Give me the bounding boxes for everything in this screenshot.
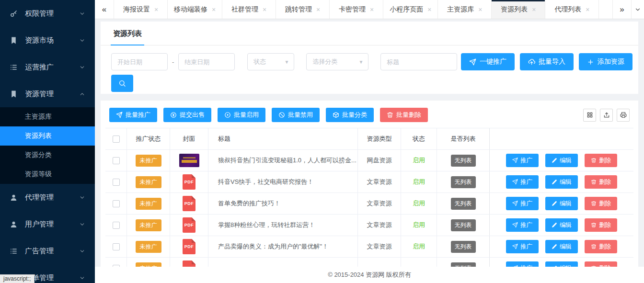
button-label: 删除 [599, 157, 611, 165]
delete-button[interactable]: 删除 [585, 261, 617, 267]
tabs-scroll-left-button[interactable]: « [95, 0, 114, 19]
edit-button[interactable]: 编辑 [545, 197, 578, 210]
sidebar-item-6[interactable]: 广告管理 [0, 238, 95, 264]
sidebar-subitem-3[interactable]: 资源等级 [0, 165, 95, 184]
row-checkbox[interactable] [113, 179, 120, 186]
edit-button[interactable]: 编辑 [545, 261, 578, 267]
header-action-buttons: 一键推广 批量导入 添加资源 [461, 53, 632, 70]
tab-0[interactable]: 海报设置 × [114, 0, 168, 19]
promote-button[interactable]: 推广 [506, 218, 539, 232]
close-icon[interactable]: × [370, 6, 374, 13]
select-all-checkbox[interactable] [113, 136, 120, 143]
close-icon[interactable]: × [478, 6, 482, 13]
promote-button[interactable]: 推广 [506, 261, 539, 267]
tab-5[interactable]: 小程序页面 × [383, 0, 438, 19]
delete-button[interactable]: 删除 [585, 175, 617, 189]
sidebar-subitem-1[interactable]: 资源列表 [0, 126, 95, 146]
sidebar-item-2[interactable]: 运营推广 [0, 54, 95, 80]
trash-icon [591, 201, 597, 206]
delete-button[interactable]: 删除 [585, 218, 617, 232]
tab-4[interactable]: 卡密管理 × [330, 0, 383, 19]
end-date-input[interactable] [178, 53, 235, 70]
sidebar-item-3[interactable]: 资源管理 [0, 80, 95, 107]
promo-status-badge: 未推广 [136, 155, 161, 167]
batch-import-button[interactable]: 批量导入 [520, 53, 574, 70]
sidebar-item-label: 资源管理 [25, 90, 54, 99]
row-actions: 推广 编辑 删除 [490, 258, 633, 267]
one-click-promote-button[interactable]: 一键推广 [461, 53, 515, 70]
close-icon[interactable]: × [586, 6, 589, 13]
category-select[interactable]: 选择分类 ▼ [306, 53, 368, 70]
tab-6[interactable]: 主资源库 × [438, 0, 492, 19]
promote-button[interactable]: 推广 [506, 154, 539, 167]
close-icon[interactable]: × [263, 6, 266, 13]
resource-type [358, 258, 401, 267]
promote-button[interactable]: 推广 [506, 175, 539, 189]
status-select[interactable]: 状态 ▼ [247, 53, 294, 70]
send-icon [512, 222, 518, 228]
button-label: 推广 [520, 200, 532, 208]
status-text: 启用 [413, 221, 425, 229]
listed-badge: 无列表 [451, 198, 476, 210]
row-checkbox[interactable] [113, 222, 120, 229]
submit-sale-button[interactable]: 提交出售 [163, 108, 211, 122]
main-content: 资源列表 - 状态 ▼ 选择分类 ▼ 一键推广 批量导入 添加资源 [101, 22, 638, 267]
export-button[interactable] [600, 109, 613, 122]
sidebar-item-0[interactable]: 权限管理 [0, 0, 95, 27]
sidebar-item-4[interactable]: 代理管理 [0, 184, 95, 211]
user-icon [10, 220, 18, 228]
close-icon[interactable]: × [532, 6, 536, 13]
tab-2[interactable]: 社群管理 × [222, 0, 276, 19]
promote-button[interactable]: 推广 [506, 240, 539, 253]
close-icon[interactable]: × [316, 6, 320, 13]
tab-3[interactable]: 跳转管理 × [276, 0, 330, 19]
close-icon[interactable]: × [212, 6, 216, 13]
row-checkbox[interactable] [113, 243, 120, 250]
book-icon [10, 90, 18, 98]
search-button[interactable] [111, 75, 133, 92]
close-icon[interactable]: × [427, 6, 431, 13]
batch-toolbar: 批量推广 提交出售 批量启用 批量禁用 批量分类 批量删除 [105, 101, 633, 128]
batch-promote-button[interactable]: 批量推广 [109, 108, 157, 122]
delete-button[interactable]: 删除 [585, 240, 617, 253]
promote-button[interactable]: 推广 [506, 197, 539, 210]
batch-delete-button[interactable]: 批量删除 [380, 108, 428, 122]
resource-type: 文章资源 [358, 171, 401, 192]
delete-button[interactable]: 删除 [585, 154, 617, 167]
sidebar-item-5[interactable]: 用户管理 [0, 211, 95, 238]
grid-view-button[interactable] [583, 109, 596, 122]
sidebar-item-label: 代理管理 [25, 193, 54, 202]
sidebar-subitem-0[interactable]: 主资源库 [0, 107, 95, 126]
add-resource-button[interactable]: 添加资源 [579, 53, 632, 70]
tab-7[interactable]: 资源列表 × [492, 0, 545, 19]
row-actions: 推广 编辑 删除 [490, 150, 633, 171]
tab-label: 主资源库 [447, 5, 474, 14]
button-label: 删除 [599, 221, 611, 229]
close-icon[interactable]: × [154, 6, 158, 13]
tab-8[interactable]: 代理列表 × [545, 0, 599, 19]
title-search-input[interactable] [380, 53, 457, 70]
table-row-5: 未推广 PDF 无列表 推广 编辑 删除 [105, 258, 633, 267]
tab-menu-button[interactable] [632, 0, 644, 19]
start-date-input[interactable] [111, 53, 168, 70]
row-checkbox[interactable] [113, 157, 120, 164]
cover-thumbnail [179, 154, 199, 167]
yen-circle-icon [170, 112, 177, 118]
edit-button[interactable]: 编辑 [545, 154, 578, 167]
print-button[interactable] [617, 109, 630, 122]
edit-button[interactable]: 编辑 [545, 218, 578, 232]
batch-classify-button[interactable]: 批量分类 [326, 108, 374, 122]
pencil-icon [552, 201, 557, 206]
batch-disable-button[interactable]: 批量禁用 [272, 108, 320, 122]
edit-button[interactable]: 编辑 [545, 175, 578, 189]
batch-enable-button[interactable]: 批量启用 [218, 108, 265, 122]
tab-1[interactable]: 移动端装修 × [168, 0, 222, 19]
sidebar-item-1[interactable]: 资源市场 [0, 27, 95, 54]
chevron-down-icon [79, 275, 85, 281]
sidebar-subitem-2[interactable]: 资源分类 [0, 146, 95, 165]
delete-button[interactable]: 删除 [585, 197, 617, 210]
row-checkbox[interactable] [113, 200, 120, 207]
tabs-scroll-right-button[interactable]: » [612, 0, 632, 19]
page-title-tab[interactable]: 资源列表 [111, 29, 144, 45]
edit-button[interactable]: 编辑 [545, 240, 578, 253]
